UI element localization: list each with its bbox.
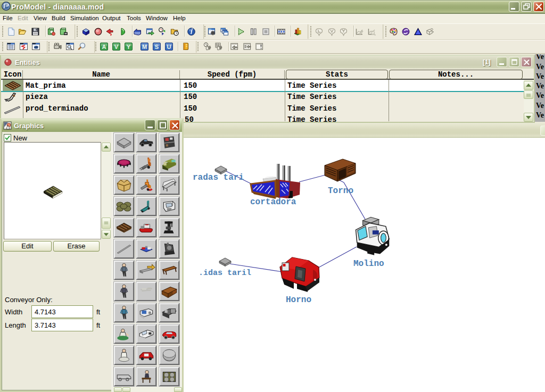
svg-text:A: A xyxy=(102,44,106,50)
svg-text:U: U xyxy=(167,44,171,50)
svg-text:Y: Y xyxy=(127,44,131,50)
svg-text:V: V xyxy=(114,44,119,50)
svg-text:M: M xyxy=(142,44,147,50)
svg-text:S: S xyxy=(155,44,159,50)
